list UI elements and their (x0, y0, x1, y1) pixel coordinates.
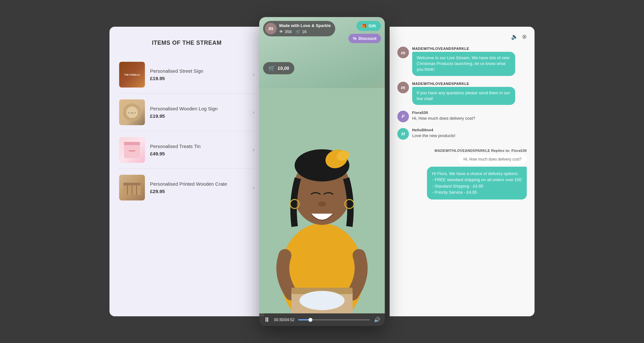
views-stat: 👁 358 (279, 29, 292, 34)
item-info-1: Personalised Street Sign £19.95 (145, 68, 253, 81)
speaker-icon: 🔈 (511, 33, 518, 40)
chat-avatar-flora: F (397, 111, 409, 122)
main-container: ITEMS OF THE STREAM THE O'NEILLS Persona… (109, 27, 535, 316)
svg-rect-8 (127, 185, 128, 195)
video-overlay-top: m Made with Love & Sparkle 👁 358 🛒 (259, 17, 385, 44)
item-info-4: Personalised Printed Wooden Crate £29.95 (145, 181, 253, 194)
chat-bubble-1: Welcome to our Live Stream, We have lots… (412, 52, 515, 76)
progress-bar[interactable] (298, 319, 370, 320)
chat-avatar-seller-1: m (397, 47, 409, 58)
svg-rect-10 (136, 185, 137, 195)
chat-username-3: Flora530 (412, 111, 475, 115)
chat-username-1: MADEWITHLOVEANDSPARKLE (412, 47, 515, 51)
pause-button[interactable]: ⏸ (264, 316, 270, 323)
chat-message-4: H HelloD0nn4 Love the new products! (397, 128, 527, 140)
item-info-3: Personalised Treats Tin £49.95 (145, 144, 253, 156)
item-price-3: £49.95 (150, 151, 248, 156)
chat-avatar-hello: H (397, 128, 409, 140)
item-thumbnail-3: treats (119, 137, 145, 163)
chat-message-2: m MADEWITHLOVEANDSPARKLE If you have any… (397, 82, 527, 105)
stream-item-4[interactable]: Personalised Printed Wooden Crate £29.95… (119, 169, 254, 206)
right-panel: 🔈 ⊗ m MADEWITHLOVEANDSPARKLE Welcome to … (390, 27, 535, 316)
chat-username-4: HelloD0nn4 (412, 128, 455, 132)
chat-avatar-seller-2: m (397, 82, 409, 93)
streamer-badge: m Made with Love & Sparkle 👁 358 🛒 (263, 21, 335, 36)
volume-header-button[interactable]: 🔈 (511, 33, 518, 40)
item-name-1: Personalised Street Sign (150, 68, 248, 74)
chat-bubble-2: If you have any questions please send th… (412, 87, 515, 105)
cart-stat: 🛒 16 (296, 29, 307, 34)
item-thumbnail-1: THE O'NEILLS (119, 62, 145, 88)
pause-icon: ⏸ (264, 316, 270, 323)
stream-item-3[interactable]: treats Personalised Treats Tin £49.95 › (119, 131, 254, 169)
chat-username-2: MADEWITHLOVEANDSPARKLE (412, 82, 515, 86)
stream-item-1[interactable]: THE O'NEILLS Personalised Street Sign £1… (119, 56, 254, 94)
volume-button[interactable]: 🔊 (374, 317, 380, 323)
chat-message-1: m MADEWITHLOVEANDSPARKLE Welcome to our … (397, 47, 527, 76)
chat-messages: m MADEWITHLOVEANDSPARKLE Welcome to our … (397, 47, 527, 310)
discount-button[interactable]: % Discount (348, 34, 381, 43)
item-thumbnail-4 (119, 175, 145, 200)
svg-text:treats: treats (129, 149, 135, 152)
video-controls: ⏸ 00.50/04:52 🔊 (259, 313, 385, 326)
chat-text-3: Hi, How much does delivery cost? (412, 116, 475, 121)
cart-pill-icon: 🛒 (268, 65, 275, 72)
reply-bubble: Hi Flora, We have a choice of delivery o… (427, 167, 527, 199)
reply-quote: Hi, How much does delivery cost? (458, 154, 527, 164)
video-panel: m Made with Love & Sparkle 👁 358 🛒 (259, 17, 385, 326)
item-price-2: £19.95 (150, 113, 248, 119)
reply-header: MADEWITHLOVEANDSPARKLE Replies to: Flora… (397, 149, 527, 153)
progress-fill (298, 319, 310, 320)
right-panel-header: 🔈 ⊗ (397, 33, 527, 40)
cart-pill: 🛒 £0,00 (263, 62, 294, 74)
stream-stats: 👁 358 🛒 16 (279, 29, 331, 34)
svg-rect-7 (123, 183, 141, 185)
svg-text:✦ log ✦: ✦ log ✦ (128, 112, 136, 114)
progress-thumb (308, 318, 312, 322)
item-thumbnail-2: ✦ log ✦ (119, 99, 145, 125)
percent-icon: % (353, 36, 357, 41)
cart-icon: 🛒 (296, 29, 301, 34)
item-name-4: Personalised Printed Wooden Crate (150, 181, 248, 187)
left-panel: ITEMS OF THE STREAM THE O'NEILLS Persona… (109, 27, 264, 316)
item-name-3: Personalised Treats Tin (150, 144, 248, 149)
item-chevron-1: › (253, 72, 254, 78)
item-name-2: Personalised Wooden Log Sign (150, 106, 248, 111)
svg-rect-4 (124, 142, 140, 145)
stream-item-2[interactable]: ✦ log ✦ Personalised Wooden Log Sign £19… (119, 94, 254, 131)
item-chevron-4: › (253, 185, 254, 190)
close-icon: ⊗ (522, 33, 527, 40)
item-price-1: £19.95 (150, 76, 248, 81)
svg-point-18 (318, 201, 326, 207)
chat-text-4: Love the new products! (412, 133, 455, 138)
items-title: ITEMS OF THE STREAM (119, 40, 254, 46)
streamer-avatar: m (265, 23, 277, 34)
gift-button[interactable]: 🎁 Gift (356, 21, 381, 31)
gift-icon: 🎁 (362, 23, 367, 28)
eye-icon: 👁 (279, 29, 283, 34)
streamer-name: Made with Love & Sparkle (279, 23, 331, 28)
video-area: m Made with Love & Sparkle 👁 358 🛒 (259, 17, 385, 313)
item-price-4: £29.95 (150, 189, 248, 194)
chat-message-3: F Flora530 Hi, How much does delivery co… (397, 111, 527, 122)
close-button[interactable]: ⊗ (522, 33, 527, 40)
volume-icon: 🔊 (374, 317, 380, 322)
item-chevron-2: › (253, 109, 254, 115)
cart-amount: £0,00 (278, 66, 289, 71)
reply-section: MADEWITHLOVEANDSPARKLE Replies to: Flora… (397, 149, 527, 199)
item-chevron-3: › (253, 147, 254, 153)
svg-point-23 (299, 291, 345, 310)
svg-rect-9 (132, 185, 132, 195)
item-info-2: Personalised Wooden Log Sign £19.95 (145, 106, 253, 119)
time-display: 00.50/04:52 (274, 318, 294, 322)
